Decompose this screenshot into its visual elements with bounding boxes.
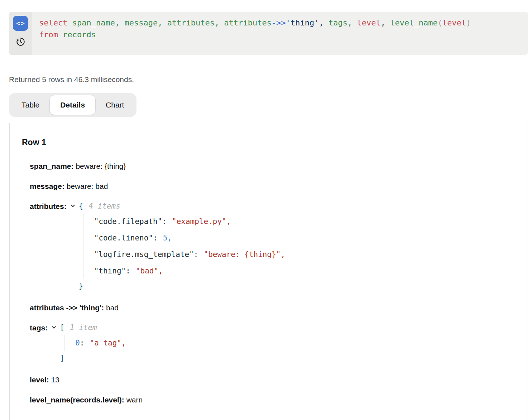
field-row: span_name: beware: {thing} xyxy=(30,161,513,171)
json-items-summary: 4 items xyxy=(88,202,120,210)
sql-editor[interactable]: select span_name, message, attributes, a… xyxy=(32,12,528,55)
json-value: 5, xyxy=(163,234,172,242)
json-colon: : xyxy=(194,250,198,259)
chevron-down-icon[interactable] xyxy=(51,325,57,330)
history-icon xyxy=(16,42,25,48)
json-key: "code.filepath" xyxy=(94,217,162,226)
field-label: tags: xyxy=(30,324,48,332)
json-open-line: [1 item xyxy=(60,323,126,333)
json-open-line: {4 items xyxy=(79,201,285,211)
sql-token: records xyxy=(58,30,96,39)
json-entry: "thing":"bad", xyxy=(94,263,285,279)
row-title: Row 1 xyxy=(22,138,513,147)
json-colon: : xyxy=(153,234,158,242)
field-value: beware: {thing} xyxy=(76,162,126,170)
json-viewer: [1 item0:"a tag",] xyxy=(60,323,126,365)
sql-line: select span_name, message, attributes, a… xyxy=(39,17,521,29)
json-key: "code.lineno" xyxy=(94,234,153,242)
sql-token: 'thing' xyxy=(286,18,319,27)
field-value: warn xyxy=(126,396,143,404)
sql-token: select xyxy=(39,18,67,27)
json-open-bracket: { xyxy=(79,202,83,210)
tab-details[interactable]: Details xyxy=(50,95,95,115)
json-close-line: } xyxy=(79,279,285,293)
field-row: level_name(records.level): warn xyxy=(30,395,513,405)
field-value: 13 xyxy=(51,376,59,384)
json-key: "thing" xyxy=(94,267,126,275)
tab-table[interactable]: Table xyxy=(11,95,50,115)
json-items-summary: 1 item xyxy=(70,323,97,332)
json-open-bracket: [ xyxy=(60,323,64,332)
row-fields: span_name: beware: {thing}message: bewar… xyxy=(30,161,513,405)
field-row: attributes:{4 items"code.filepath":"exam… xyxy=(30,201,513,293)
json-body: 0:"a tag", xyxy=(64,335,126,351)
sql-token: tags, xyxy=(324,18,352,27)
json-viewer: {4 items"code.filepath":"example.py","co… xyxy=(79,201,285,293)
field-label: level: xyxy=(30,376,49,384)
json-entry: "code.lineno":5, xyxy=(94,230,285,246)
field-value: bad xyxy=(106,304,119,312)
field-value: beware: bad xyxy=(67,182,108,190)
json-value: "bad", xyxy=(136,267,163,275)
tab-chart[interactable]: Chart xyxy=(95,95,134,115)
json-colon: : xyxy=(162,217,167,226)
json-value: "example.py", xyxy=(172,217,231,226)
chevron-down-icon[interactable] xyxy=(70,203,76,209)
field-row: attributes ->> 'thing': bad xyxy=(30,302,513,313)
json-close-line: ] xyxy=(60,351,126,365)
field-label: level_name(records.level): xyxy=(30,396,124,404)
query-status: Returned 5 rows in 46.3 milliseconds. xyxy=(9,75,528,84)
sql-token: span_name, message, attributes, attribut… xyxy=(67,18,272,27)
field-label: attributes: xyxy=(30,202,67,210)
json-colon: : xyxy=(80,339,85,347)
history-button[interactable] xyxy=(16,37,25,47)
sql-query-block: <> select span_name, message, attributes… xyxy=(9,12,528,55)
sql-line: from records xyxy=(39,29,521,40)
sql-token: ) xyxy=(466,18,471,27)
sql-token: level xyxy=(352,18,380,27)
json-value: "a tag", xyxy=(90,339,126,347)
sql-token: level_name xyxy=(385,18,438,27)
sql-token: ( xyxy=(438,18,442,27)
field-row: tags:[1 item0:"a tag",] xyxy=(30,323,513,365)
json-key: "logfire.msg_template" xyxy=(94,250,194,259)
json-entry: 0:"a tag", xyxy=(75,335,126,351)
query-gutter: <> xyxy=(9,12,32,55)
json-colon: : xyxy=(126,267,130,275)
json-body: "code.filepath":"example.py","code.linen… xyxy=(83,213,285,279)
result-view-tabs: TableDetailsChart xyxy=(9,93,136,117)
json-entry: "logfire.msg_template":"beware: {thing}"… xyxy=(94,246,285,263)
sql-token: , xyxy=(381,18,385,27)
code-icon: <> xyxy=(16,19,25,27)
json-close-bracket: ] xyxy=(60,354,64,362)
sql-token: level xyxy=(442,18,466,27)
json-key: 0 xyxy=(75,339,80,347)
field-label: attributes ->> 'thing': xyxy=(30,304,104,312)
field-label: message: xyxy=(30,182,64,190)
sql-token: ->> xyxy=(272,18,286,27)
field-label: span_name: xyxy=(30,162,74,170)
sql-token: , xyxy=(319,18,324,27)
json-value: "beware: {thing}", xyxy=(204,250,285,259)
json-close-bracket: } xyxy=(79,282,83,290)
field-row: message: beware: bad xyxy=(30,181,513,191)
run-query-button[interactable]: <> xyxy=(13,16,28,31)
details-panel: Row 1 span_name: beware: {thing}message:… xyxy=(9,123,528,420)
json-entry: "code.filepath":"example.py", xyxy=(94,213,285,230)
field-row: level: 13 xyxy=(30,374,513,385)
sql-token: from xyxy=(39,30,58,39)
